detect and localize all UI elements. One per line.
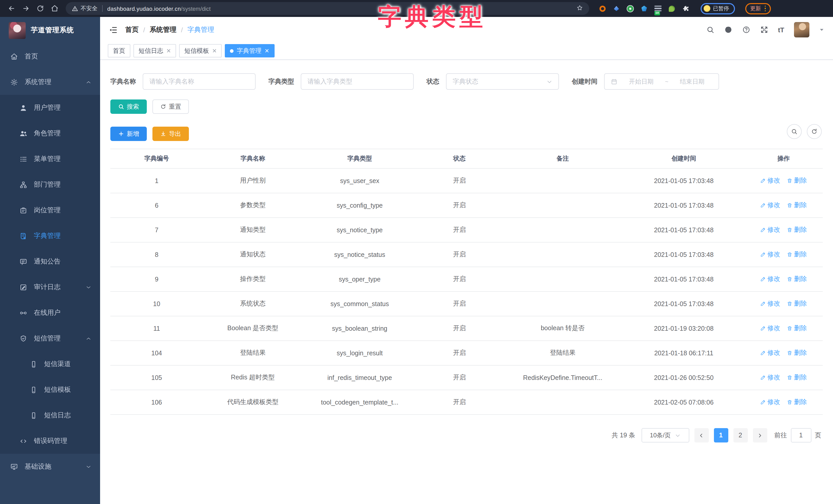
edit-link[interactable]: 修改	[760, 226, 780, 234]
edit-link[interactable]: 修改	[760, 398, 780, 407]
table-refresh-button[interactable]	[807, 124, 822, 139]
close-icon[interactable]: ✕	[212, 48, 217, 54]
help-icon[interactable]	[742, 26, 750, 34]
sidebar-item-错误码管理[interactable]: 错误码管理	[0, 428, 100, 454]
delete-link[interactable]: 删除	[787, 398, 807, 407]
delete-link[interactable]: 删除	[787, 349, 807, 357]
font-size-icon[interactable]: tT	[778, 26, 784, 33]
cell-type[interactable]: sys_notice_type	[303, 218, 417, 242]
browser-menu-icon[interactable]	[764, 5, 766, 11]
home-nav-icon[interactable]	[48, 2, 61, 15]
cell-type[interactable]: sys_common_status	[303, 292, 417, 316]
cell-type[interactable]: sys_login_result	[303, 341, 417, 365]
extension-sprout-icon[interactable]	[668, 4, 676, 12]
export-button[interactable]: 导出	[152, 127, 189, 141]
edit-link[interactable]: 修改	[760, 324, 780, 333]
table-search-button[interactable]	[787, 124, 802, 139]
extensions-puzzle-icon[interactable]	[682, 4, 690, 12]
sidebar-item-短信渠道[interactable]: 短信渠道	[0, 351, 100, 377]
back-icon[interactable]	[5, 2, 18, 15]
search-icon[interactable]	[706, 26, 714, 34]
sidebar-item-在线用户[interactable]: 在线用户	[0, 300, 100, 326]
edit-link[interactable]: 修改	[760, 349, 780, 357]
delete-link[interactable]: 删除	[787, 201, 807, 210]
tab-短信日志[interactable]: 短信日志✕	[134, 44, 176, 57]
github-icon[interactable]	[724, 26, 732, 34]
edit-link[interactable]: 修改	[760, 299, 780, 308]
delete-link[interactable]: 删除	[787, 299, 807, 308]
extension-green-icon[interactable]	[626, 4, 634, 12]
search-button[interactable]: 搜索	[110, 99, 147, 114]
table-row: 106代码生成模板类型tool_codegen_template_t...开启2…	[110, 390, 823, 414]
extension-drop-icon[interactable]	[612, 4, 620, 12]
add-button[interactable]: 新增	[110, 127, 147, 141]
goto-page-input[interactable]	[791, 428, 811, 443]
page-size-select[interactable]: 10条/页	[641, 428, 689, 443]
next-page-button[interactable]	[753, 428, 767, 443]
sidebar-item-首页[interactable]: 首页	[0, 44, 100, 69]
delete-link[interactable]: 删除	[787, 275, 807, 283]
cell-type[interactable]: inf_redis_timeout_type	[303, 365, 417, 390]
sidebar-item-角色管理[interactable]: 角色管理	[0, 121, 100, 146]
browser-update-button[interactable]: 更新	[745, 3, 771, 14]
prev-page-button[interactable]	[694, 428, 709, 443]
sidebar-item-基础设施[interactable]: 基础设施	[0, 454, 100, 479]
sidebar-item-审计日志[interactable]: 审计日志	[0, 274, 100, 300]
delete-link[interactable]: 删除	[787, 324, 807, 333]
status-select[interactable]: 字典状态	[446, 73, 559, 90]
page-button-1[interactable]: 1	[714, 428, 728, 443]
cell-type[interactable]: sys_notice_status	[303, 242, 417, 267]
page-button-2[interactable]: 2	[733, 428, 747, 443]
close-icon[interactable]: ✕	[265, 48, 269, 54]
cell-type[interactable]: sys_config_type	[303, 193, 417, 218]
caret-down-icon[interactable]	[819, 27, 824, 32]
delete-link[interactable]: 删除	[787, 176, 807, 185]
extension-gem-icon[interactable]	[640, 4, 648, 12]
tab-字典管理[interactable]: 字典管理✕	[225, 44, 274, 57]
profile-paused-badge[interactable]: 已暂停	[700, 3, 735, 14]
sidebar-item-岗位管理[interactable]: 岗位管理	[0, 197, 100, 223]
cell-type[interactable]: sys_user_sex	[303, 169, 417, 193]
app-logo-row[interactable]: 芋道管理系统	[0, 17, 100, 44]
cell-type[interactable]: tool_codegen_template_t...	[303, 390, 417, 414]
cell-type[interactable]: sys_boolean_string	[303, 316, 417, 341]
edit-link[interactable]: 修改	[760, 373, 780, 382]
bookmark-star-icon[interactable]	[576, 5, 583, 12]
url-bar[interactable]: 不安全 dashboard.yudao.iocoder.cn/system/di…	[66, 2, 589, 15]
sidebar-item-短信模板[interactable]: 短信模板	[0, 377, 100, 402]
forward-icon[interactable]	[20, 2, 32, 15]
edit-link[interactable]: 修改	[760, 176, 780, 185]
avatar[interactable]	[794, 22, 809, 37]
tab-短信模板[interactable]: 短信模板✕	[179, 44, 222, 57]
tab-首页[interactable]: 首页	[108, 44, 130, 57]
extension-donut-icon[interactable]	[598, 4, 606, 12]
dict-type-input[interactable]	[307, 78, 407, 85]
edit-link[interactable]: 修改	[760, 275, 780, 283]
column-header: 状态	[417, 149, 502, 169]
sidebar-item-菜单管理[interactable]: 菜单管理	[0, 146, 100, 172]
cell-remark: 登陆结果	[502, 341, 623, 365]
breadcrumb-system[interactable]: 系统管理	[150, 25, 176, 34]
close-icon[interactable]: ✕	[166, 48, 171, 54]
delete-link[interactable]: 删除	[787, 226, 807, 234]
sidebar-item-用户管理[interactable]: 用户管理	[0, 95, 100, 121]
sidebar-item-系统管理[interactable]: 系统管理	[0, 69, 100, 95]
extension-list-icon[interactable]: on	[654, 4, 662, 12]
sidebar-item-短信日志[interactable]: 短信日志	[0, 402, 100, 428]
delete-link[interactable]: 删除	[787, 373, 807, 382]
reset-button[interactable]: 重置	[152, 99, 189, 114]
delete-link[interactable]: 删除	[787, 250, 807, 259]
edit-link[interactable]: 修改	[760, 201, 780, 210]
sidebar-item-部门管理[interactable]: 部门管理	[0, 172, 100, 197]
cell-type[interactable]: sys_oper_type	[303, 267, 417, 292]
breadcrumb-home[interactable]: 首页	[125, 25, 139, 34]
sidebar-item-短信管理[interactable]: 短信管理	[0, 326, 100, 351]
fullscreen-icon[interactable]	[760, 26, 768, 34]
edit-link[interactable]: 修改	[760, 250, 780, 259]
sidebar-item-字典管理[interactable]: 字典管理	[0, 223, 100, 249]
dict-name-input[interactable]	[149, 78, 249, 85]
date-range-picker[interactable]: 开始日期 ~ 结束日期	[604, 73, 719, 90]
reload-icon[interactable]	[34, 2, 46, 15]
hamburger-icon[interactable]	[109, 25, 118, 34]
sidebar-item-通知公告[interactable]: 通知公告	[0, 249, 100, 274]
